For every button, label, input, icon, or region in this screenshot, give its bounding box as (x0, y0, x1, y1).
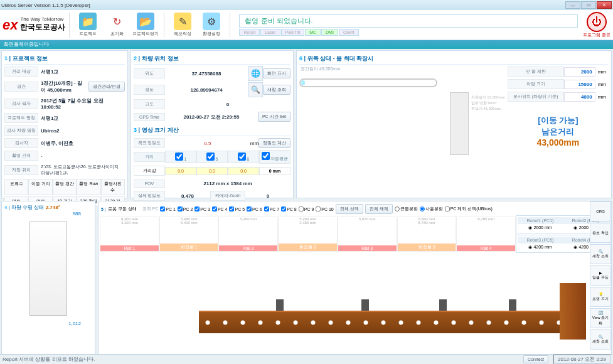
window-titlebar: UBiros Server Version 1.1.5 [Developer] … (0, 0, 613, 10)
search-icon: 🔍 (248, 82, 263, 97)
span-value: 1경간[10개중] - 길이 45,000mm (38, 78, 88, 95)
pc-time-set-button[interactable]: PC 시간 Set (258, 112, 291, 122)
boom-state-panel: 6 | 위쪽 상태 - 붐 최대 확장시 경간길이 45,000mm 차량길이 … (296, 50, 612, 198)
status-bar: Report 서버에 상황을 리포트 하였습니다. Connect 2012-0… (0, 354, 613, 364)
logo-text: The Way ToMorrow 한국도로공사 (20, 17, 65, 33)
equal-split-radio[interactable]: 균등분할 (395, 206, 418, 212)
calc-density-button[interactable]: 정밀도 계산 (259, 138, 291, 148)
project-info-panel: 1 | 프로젝트 정보 관리 대상서평1교 경간1경간[10개중] - 길이 4… (1, 50, 128, 198)
auto-check[interactable] (262, 152, 270, 160)
span-gauge (299, 78, 437, 87)
robot-drive-panel: 5 | 로봇 구동 상태 조회 PC PC 1 PC 2 PC 3 PC 4 P… (98, 201, 612, 355)
d8-check[interactable] (238, 153, 246, 161)
pc5-check[interactable]: PC 5 (229, 206, 245, 211)
pc9-check[interactable]: PC 9 (299, 206, 314, 211)
altitude: 0 (165, 100, 291, 109)
settings-button[interactable]: ⚙환경설정 (197, 13, 226, 37)
org-button[interactable]: ORG (590, 201, 611, 222)
d1-check[interactable] (175, 153, 183, 161)
status-tab-pantilt[interactable]: Pan/Tilt (281, 29, 304, 36)
counter-headers: 요류수이동 거리촬영 경간촬영 Row촬영사진수 (4, 179, 125, 195)
boom-params: 앞 붐 제한2000mm 차량 크기15000mm 분사위치 (차량뒤 기준)4… (508, 65, 609, 155)
fov-value: 2112 mm x 1584 mm (165, 179, 291, 188)
boom-graphic (450, 92, 469, 155)
pc10-check[interactable]: PC 10 (316, 206, 333, 211)
pc6-check[interactable]: PC 6 (247, 206, 262, 211)
sb-newwin2[interactable]: 🔍새창 조회 (590, 329, 611, 350)
close-button[interactable]: ✕ (597, 1, 612, 9)
logo-ex: ex (3, 17, 18, 33)
minimize-button[interactable]: — (565, 1, 580, 9)
vehicle-outline (29, 222, 67, 316)
sb-newwin[interactable]: 🔍새창 조회 (590, 244, 611, 264)
pc1-check[interactable]: PC 1 (160, 206, 176, 211)
date-value: 2012년 3월 7일 수요일 오전 10:08:52 (38, 96, 125, 111)
right-sidebar: ORG 종료 확인 🔍새창 조회 ▶일괄 구동 💡조명 끄기 🔄View 초기화… (590, 201, 611, 350)
reset-button[interactable]: ↻초기화 (102, 13, 131, 37)
gps-time: 2012-08-27 오전 2:29:55 (165, 112, 258, 122)
pc7-check[interactable]: PC 7 (264, 206, 280, 211)
sb-light[interactable]: 💡조명 끄기 (590, 287, 611, 307)
pc8-check[interactable]: PC 8 (281, 206, 297, 211)
map-icon: 🌐 (248, 66, 263, 81)
display-button[interactable]: 화면 표시 (263, 68, 291, 78)
control-banner: 화면을제어중입니다 (0, 40, 613, 49)
select-all-button[interactable]: 전체 선택 (336, 204, 363, 214)
connect-button[interactable]: Connect (523, 355, 548, 363)
move-status: [이동 가능] 남은거리 43,000mm (508, 115, 609, 147)
status-message: 촬영 준비 되었습니다. (239, 14, 578, 28)
bridge-graphic (199, 277, 586, 340)
maximize-button[interactable]: ▭ (581, 1, 596, 9)
status-tab-mc[interactable]: MC (305, 29, 321, 36)
vehicle-pos-panel: 2 | 차량 위치 정보 위도37.47358088🌐화면 표시 경도126.8… (131, 50, 294, 198)
target-density[interactable]: 0.5 (165, 139, 250, 147)
vehicle-level-panel: 4 | 차량 수평 상태 2.748° 988 1,012 (1, 201, 95, 355)
status-tab-laser[interactable]: Laser (260, 29, 280, 36)
latitude: 37.47358088 (165, 70, 248, 78)
pc-exclude-check[interactable]: PC 제외 선택(UBiros) (445, 206, 493, 212)
d5-check[interactable] (206, 153, 215, 161)
main-toolbar: ex The Way ToMorrow 한국도로공사 📁프로젝트 ↻초기화 📂프… (0, 10, 613, 40)
status-tab-robot[interactable]: Robot (239, 29, 260, 36)
deselect-all-button[interactable]: 전체 해제 (365, 204, 393, 214)
stop-button[interactable]: 종료 확인 (590, 223, 611, 243)
exit-button[interactable]: ⏻ 프로그램 종료 (583, 12, 610, 38)
sb-batch[interactable]: ▶일괄 구동 (590, 265, 611, 286)
status-tab-dmi[interactable]: DMI (321, 29, 338, 36)
close-project-button[interactable]: 📂프로젝트닫기 (131, 13, 160, 37)
use-split-radio[interactable]: 사용분할 (420, 206, 443, 212)
pc3-check[interactable]: PC 3 (195, 206, 210, 211)
target-value: 서평1교 (38, 67, 125, 77)
window-title: UBiros Server Version 1.1.5 [Developer] (1, 3, 90, 8)
sec1-title: 프로젝트 정보 (13, 55, 48, 62)
new-window-button[interactable]: 새창 조회 (263, 85, 291, 95)
memo-button[interactable]: ✎메모작성 (168, 13, 197, 37)
power-icon: ⏻ (587, 12, 607, 32)
status-tab-client[interactable]: Client (339, 29, 359, 36)
pc2-check[interactable]: PC 2 (178, 206, 193, 211)
status-display: 촬영 준비 되었습니다. Robot Laser Pan/Tilt MC DMI… (239, 14, 578, 36)
sb-viewreset[interactable]: 🔄View 초기화 (590, 308, 611, 328)
span-manage-button[interactable]: 경간관리/변경 (88, 82, 125, 92)
project-button[interactable]: 📁프로젝트 (73, 13, 102, 37)
rail-diagram: 8,200 mm3,200 mmRail 1 5,480 mm6,400 mm화… (100, 217, 516, 252)
status-time: 2012-08-27 오전 2:29 (553, 355, 610, 364)
pc4-check[interactable]: PC 4 (212, 206, 228, 211)
status-message-bottom: Report 서버에 상황을 리포트 하였습니다. (3, 356, 95, 363)
longitude: 126.89994674 (165, 86, 248, 94)
